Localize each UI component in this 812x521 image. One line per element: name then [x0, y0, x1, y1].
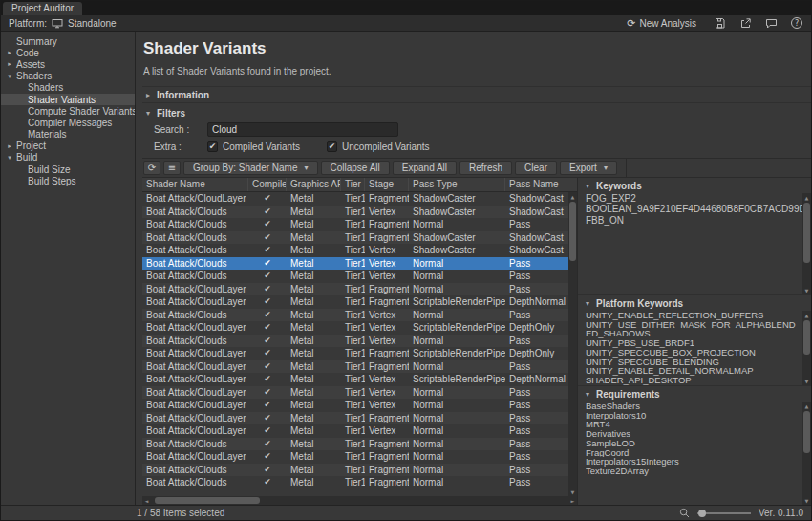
table-row[interactable]: Boat Attack/Clouds✔MetalTier1VertexNorma… [142, 270, 568, 283]
column-header-tier[interactable]: Tier [341, 178, 365, 191]
chevron-down-icon[interactable]: ▾ [5, 73, 14, 80]
scroll-up-arrow[interactable]: ▲ [802, 311, 811, 319]
keywords-scrollbar[interactable]: ▲ ▼ [802, 193, 811, 294]
sidebar-item-code[interactable]: ▸Code [1, 47, 135, 58]
column-header-stage[interactable]: Stage [365, 178, 409, 191]
chevron-right-icon[interactable]: ▸ [5, 49, 14, 56]
table-row[interactable]: Boat Attack/Clouds✔MetalTier1VertexShado… [142, 244, 568, 257]
scroll-track[interactable] [568, 201, 577, 488]
cell-pass-type: Normal [409, 218, 505, 231]
platform-keywords-scrollbar[interactable]: ▲ ▼ [802, 311, 811, 385]
requirements-foldout[interactable]: ▾ Requirements [578, 386, 811, 402]
sidebar-item-materials[interactable]: Materials [1, 129, 135, 141]
compiled-variants-checkbox[interactable]: ✔ Compiled Variants [207, 141, 300, 152]
scroll-down-arrow[interactable]: ▼ [802, 496, 811, 505]
keywords-foldout[interactable]: ▾ Keywords [578, 178, 811, 193]
scroll-track[interactable] [802, 410, 811, 496]
table-row[interactable]: Boat Attack/CloudLayer✔MetalTier1Fragmen… [142, 283, 568, 296]
scroll-thumb[interactable] [803, 320, 810, 355]
scroll-thumb[interactable] [155, 497, 260, 504]
chevron-right-icon[interactable]: ▸ [5, 60, 14, 68]
clear-button[interactable]: Clear [515, 161, 557, 175]
zoom-slider-knob[interactable] [698, 510, 706, 517]
scroll-thumb[interactable] [569, 202, 576, 261]
scroll-down-arrow[interactable]: ▼ [802, 377, 811, 385]
feedback-button[interactable] [762, 16, 780, 31]
view-options-button[interactable]: ≡ [163, 161, 181, 175]
table-row[interactable]: Boat Attack/Clouds✔MetalTier1FragmentNor… [142, 464, 568, 477]
collapse-all-button[interactable]: Collapse All [321, 161, 390, 175]
sidebar-item-compute-shader-variants[interactable]: Compute Shader Variants [1, 105, 135, 117]
chevron-down-icon[interactable]: ▾ [5, 154, 14, 162]
table-row[interactable]: Boat Attack/CloudLayer✔MetalTier1Fragmen… [142, 192, 568, 206]
scroll-up-arrow[interactable]: ▲ [802, 402, 811, 410]
sidebar-item-build-steps[interactable]: Build Steps [1, 175, 135, 186]
table-row[interactable]: Boat Attack/Clouds✔MetalTier1FragmentNor… [142, 218, 568, 231]
scroll-right-arrow[interactable]: ► [568, 496, 577, 505]
chevron-right-icon[interactable]: ▸ [5, 142, 14, 150]
help-button[interactable]: ? [788, 16, 805, 31]
table-row[interactable]: Boat Attack/Clouds✔MetalTier1FragmentSha… [142, 231, 568, 245]
scroll-down-arrow[interactable]: ▼ [802, 286, 811, 294]
scroll-thumb[interactable] [803, 203, 810, 263]
uncompiled-variants-checkbox[interactable]: ✔ Uncompiled Variants [327, 141, 430, 152]
table-row[interactable]: Boat Attack/CloudLayer✔MetalTier1VertexN… [142, 399, 568, 412]
refresh-button[interactable]: Refresh [459, 161, 512, 175]
sidebar-item-shaders[interactable]: ▾Shaders [1, 71, 135, 82]
load-save-button[interactable] [737, 16, 754, 31]
table-row[interactable]: Boat Attack/CloudLayer✔MetalTier1Fragmen… [142, 360, 568, 374]
cell-graphics-api: Metal [287, 476, 341, 489]
scroll-track[interactable] [802, 319, 811, 377]
scroll-down-arrow[interactable]: ▼ [568, 488, 577, 496]
information-foldout[interactable]: ▸ Information [142, 86, 811, 103]
table-row[interactable]: Boat Attack/CloudLayer✔MetalTier1VertexS… [142, 321, 568, 335]
table-row[interactable]: Boat Attack/CloudLayer✔MetalTier1Fragmen… [142, 412, 568, 425]
platform-keywords-list: UNITY_ENABLE_REFLECTION_BUFFERSUNITY_USE… [578, 311, 802, 385]
table-row[interactable]: Boat Attack/CloudLayer✔MetalTier1Fragmen… [142, 347, 568, 360]
sidebar-item-assets[interactable]: ▸Assets [1, 58, 135, 70]
scroll-track[interactable] [802, 202, 811, 286]
table-row[interactable]: Boat Attack/CloudLayer✔MetalTier1Fragmen… [142, 295, 568, 309]
platform-keywords-foldout[interactable]: ▾ Platform Keywords [578, 295, 811, 311]
refresh-view-button[interactable]: ⟳ [143, 161, 160, 175]
sidebar-item-compiler-messages[interactable]: Compiler Messages [1, 117, 135, 128]
sidebar-item-shaders[interactable]: Shaders [1, 82, 135, 94]
export-dropdown[interactable]: Export ▾ [560, 161, 617, 175]
group-by-dropdown[interactable]: Group By: Shader Name ▾ [183, 161, 318, 175]
table-row[interactable]: Boat Attack/CloudLayer✔MetalTier1VertexN… [142, 386, 568, 400]
search-input[interactable] [207, 122, 398, 137]
table-row[interactable]: Boat Attack/Clouds✔MetalTier1VertexShado… [142, 206, 568, 219]
table-row[interactable]: Boat Attack/CloudLayer✔MetalTier1VertexN… [142, 424, 568, 438]
scroll-track[interactable] [151, 496, 568, 505]
table-row[interactable]: Boat Attack/Clouds✔MetalTier1FragmentNor… [142, 438, 568, 451]
table-row[interactable]: Boat Attack/Clouds✔MetalTier1FragmentNor… [142, 476, 568, 489]
column-header-pass-type[interactable]: Pass Type [409, 178, 505, 191]
table-row[interactable]: Boat Attack/CloudLayer✔MetalTier1VertexS… [142, 373, 568, 386]
sidebar-item-shader-variants[interactable]: Shader Variants [1, 94, 135, 105]
table-row[interactable]: Boat Attack/CloudLayer✔MetalTier1Fragmen… [142, 450, 568, 464]
new-analysis-button[interactable]: ⟳ New Analysis [621, 16, 702, 31]
scroll-up-arrow[interactable]: ▲ [568, 192, 577, 201]
zoom-slider[interactable] [697, 509, 751, 518]
column-header-shader-name[interactable]: Shader Name [142, 178, 248, 191]
sidebar-item-project[interactable]: ▸Project [1, 141, 135, 152]
table-row[interactable]: Boat Attack/Clouds✔MetalTier1VertexNorma… [142, 257, 568, 271]
sidebar-item-build-size[interactable]: Build Size [1, 163, 135, 175]
requirements-scrollbar[interactable]: ▲ ▼ [802, 402, 811, 505]
column-header-pass-name[interactable]: Pass Name [505, 178, 577, 191]
table-row[interactable]: Boat Attack/Clouds✔MetalTier1VertexNorma… [142, 309, 568, 322]
scroll-left-arrow[interactable]: ◄ [142, 496, 151, 505]
table-vertical-scrollbar[interactable]: ▲ ▼ [568, 192, 577, 496]
scroll-thumb[interactable] [803, 411, 810, 453]
table-row[interactable]: Boat Attack/Clouds✔MetalTier1VertexNorma… [142, 335, 568, 348]
sidebar-item-build[interactable]: ▾Build [1, 152, 135, 163]
save-button[interactable] [711, 16, 728, 31]
sidebar-item-summary[interactable]: Summary [1, 35, 135, 47]
table-horizontal-scrollbar[interactable]: ◄ ► [142, 496, 577, 505]
column-header-compiled[interactable]: Compiled [248, 178, 287, 191]
column-header-graphics-api[interactable]: Graphics API [287, 178, 341, 191]
tab-project-auditor[interactable]: Project Auditor [3, 2, 82, 15]
filters-foldout[interactable]: ▾ Filters [142, 105, 811, 120]
scroll-up-arrow[interactable]: ▲ [802, 193, 811, 202]
expand-all-button[interactable]: Expand All [393, 161, 457, 175]
